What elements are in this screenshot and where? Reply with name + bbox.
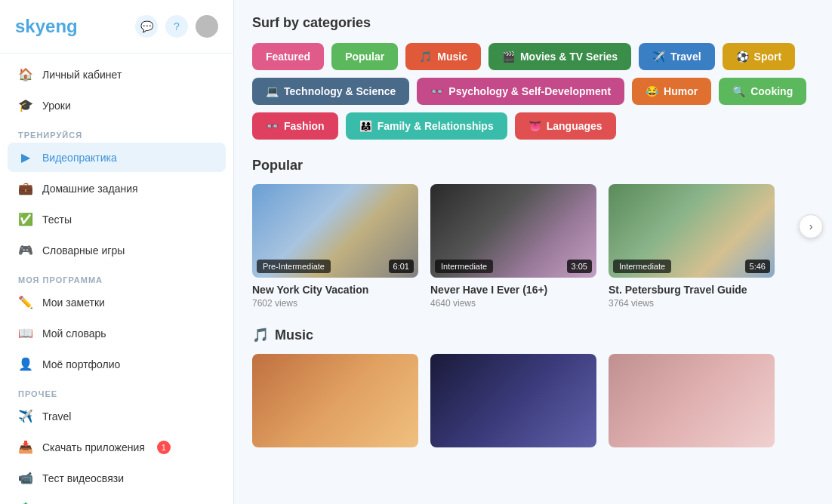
sidebar-item-videotest[interactable]: 📹 Тест видеосвязи [8, 463, 226, 493]
languages-icon: 👅 [528, 120, 541, 132]
portfolio-icon: 👤 [18, 357, 33, 371]
video-title-peter: St. Petersburg Travel Guide [609, 284, 775, 296]
notes-icon: ✏️ [18, 295, 33, 309]
music-icon: 🎵 [419, 51, 432, 63]
video-time-peter: 5:46 [745, 260, 770, 273]
help-icon[interactable]: ? [165, 15, 188, 38]
logo-eng: eng [45, 16, 78, 36]
tech-icon: 💻 [266, 85, 279, 97]
video-card-peter[interactable]: Intermediate 5:46 St. Petersburg Travel … [609, 184, 775, 309]
carousel-next-button[interactable]: › [799, 214, 823, 238]
category-movies[interactable]: 🎬 Movies & TV Series [488, 43, 631, 70]
video-card-music3[interactable] [609, 354, 775, 447]
category-featured[interactable]: Featured [252, 43, 324, 70]
video-card-music2[interactable] [430, 354, 596, 447]
sidebar-item-label: Мои заметки [42, 297, 105, 309]
video-thumb-music2 [430, 354, 596, 447]
travel-icon: ✈️ [18, 409, 33, 423]
avatar[interactable] [196, 15, 218, 38]
sidebar-item-dictionary[interactable]: 📖 Мой словарь [8, 318, 226, 348]
sidebar-item-label: Travel [42, 410, 71, 423]
video-badge-ny: Pre-Intermediate [257, 260, 331, 273]
section-program-label: МОЯ ПРОГРАММА [8, 266, 226, 287]
category-family[interactable]: 👨‍👩‍👧 Family & Relationships [346, 112, 507, 140]
humor-icon: 😂 [646, 85, 658, 97]
sidebar-item-uroki[interactable]: 🎓 Уроки [8, 91, 226, 120]
travel-cat-icon: ✈️ [652, 51, 665, 63]
category-cooking[interactable]: 🔍 Cooking [719, 78, 806, 105]
logo-icons: 💬 ? [135, 15, 218, 38]
category-psychology[interactable]: 👓 Psychology & Self-Development [417, 78, 624, 105]
category-fashion[interactable]: 👓 Fashion [252, 112, 338, 140]
humor-label: Humor [664, 85, 698, 97]
fashion-icon: 👓 [266, 120, 279, 132]
sidebar-item-videopraktika[interactable]: ▶ Видеопрактика [8, 143, 226, 172]
category-tech[interactable]: 💻 Technology & Science [252, 78, 409, 105]
fashion-label: Fashion [284, 120, 325, 132]
psychology-icon: 👓 [430, 85, 443, 97]
sidebar-item-label: Скачать приложения [42, 441, 145, 453]
family-icon: 👨‍👩‍👧 [359, 120, 372, 132]
home-icon: 🏠 [18, 67, 33, 81]
sidebar-item-label: Уроки [42, 100, 71, 112]
psychology-label: Psychology & Self-Development [448, 85, 611, 97]
sidebar-item-games[interactable]: 🎮 Словарные игры [8, 235, 226, 265]
tests-icon: ✅ [18, 212, 33, 226]
messages-icon[interactable]: 💬 [135, 15, 158, 38]
video-card-music1[interactable] [252, 354, 418, 447]
movies-label: Movies & TV Series [520, 51, 618, 63]
music-label: Music [437, 51, 467, 63]
music-section-icon: 🎵 [252, 327, 269, 343]
video-badge-peter: Intermediate [613, 260, 671, 273]
popular-label: Popular [345, 51, 384, 63]
video-practice-icon: ▶ [18, 150, 33, 164]
category-languages[interactable]: 👅 Languages [515, 112, 616, 140]
sidebar-item-label: Личный кабинет [42, 69, 122, 81]
languages-label: Languages [547, 120, 602, 132]
music-section-title: 🎵 Music [252, 327, 814, 343]
sidebar-item-label: Тесты [42, 214, 72, 226]
video-badge-show: Intermediate [435, 260, 493, 273]
tech-label: Technology & Science [284, 85, 396, 97]
sidebar-item-cabinet[interactable]: 🏠 Личный кабинет [8, 60, 226, 89]
music-video-row [252, 354, 814, 447]
video-thumb-music3 [609, 354, 775, 447]
sidebar-item-notes[interactable]: ✏️ Мои заметки [8, 287, 226, 317]
sidebar-item-label: Видеопрактика [42, 152, 117, 164]
sidebar-item-label: Словарные игры [42, 244, 125, 257]
sidebar-item-label: Моё портфолио [42, 358, 120, 370]
sidebar-item-homework[interactable]: 💼 Домашние задания [8, 174, 226, 203]
games-icon: 🎮 [18, 243, 33, 257]
travel-label: Travel [670, 51, 701, 63]
section-train-label: ТРЕНИРУЙСЯ [8, 121, 226, 143]
sidebar-item-label: Тест видеосвязи [42, 472, 124, 484]
category-grid: Featured Popular 🎵 Music 🎬 Movies & TV S… [252, 43, 814, 140]
video-thumb-music1 [252, 354, 418, 447]
category-popular[interactable]: Popular [331, 43, 398, 70]
video-title-show: Never Have I Ever (16+) [430, 284, 596, 296]
sidebar-item-label: Домашние задания [42, 183, 138, 195]
sidebar-logo: skyeng 💬 ? [0, 8, 233, 54]
video-card-ny[interactable]: Pre-Intermediate 6:01 New York City Vaca… [252, 184, 418, 309]
cooking-label: Cooking [750, 85, 793, 97]
video-views-ny: 7602 views [252, 298, 418, 309]
sidebar-nav: 🏠 Личный кабинет 🎓 Уроки ТРЕНИРУЙСЯ ▶ Ви… [0, 60, 233, 504]
sidebar-item-travel[interactable]: ✈️ Travel [8, 401, 226, 431]
music-section-label: Music [275, 327, 313, 343]
popular-video-row: Pre-Intermediate 6:01 New York City Vaca… [252, 184, 814, 309]
category-sport[interactable]: ⚽ Sport [723, 43, 796, 70]
videocam-icon: 📹 [18, 471, 33, 485]
category-humor[interactable]: 😂 Humor [632, 78, 711, 105]
download-badge: 1 [157, 441, 171, 454]
video-thumb-ny: Pre-Intermediate 6:01 [252, 184, 418, 278]
sidebar: skyeng 💬 ? 🏠 Личный кабинет 🎓 Уроки ТРЕН… [0, 0, 234, 504]
popular-section-title: Popular [252, 158, 814, 174]
download-icon: 📥 [18, 440, 33, 454]
sidebar-item-download[interactable]: 📥 Скачать приложения 1 [8, 432, 226, 462]
category-music[interactable]: 🎵 Music [405, 43, 481, 70]
category-travel[interactable]: ✈️ Travel [639, 43, 714, 70]
sidebar-item-tests[interactable]: ✅ Тесты [8, 204, 226, 234]
sidebar-item-school[interactable]: 💲 Сайт школы [8, 494, 226, 504]
video-card-show[interactable]: Intermediate 3:05 Never Have I Ever (16+… [430, 184, 596, 309]
sidebar-item-portfolio[interactable]: 👤 Моё портфолио [8, 349, 226, 379]
